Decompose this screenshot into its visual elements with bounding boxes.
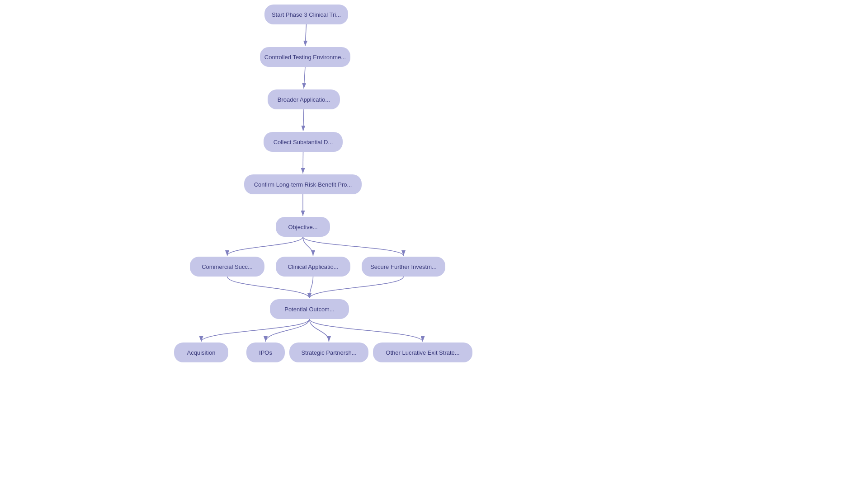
node-n7[interactable]: Commercial Succ... [190, 257, 264, 277]
flowchart-container: Start Phase 3 Clinical Tri...Controlled … [0, 0, 868, 488]
edge-n6-n8 [303, 237, 313, 256]
edge-n7-n10 [227, 277, 310, 298]
node-n10[interactable]: Potential Outcom... [270, 299, 349, 319]
node-n13[interactable]: Strategic Partnersh... [289, 343, 368, 362]
edge-n9-n10 [310, 277, 404, 298]
node-n3[interactable]: Broader Applicatio... [268, 89, 340, 109]
node-n1[interactable]: Start Phase 3 Clinical Tri... [264, 5, 348, 24]
edge-n2-n3 [304, 67, 305, 89]
edge-n1-n2 [305, 24, 307, 46]
node-n6[interactable]: Objective... [276, 217, 330, 237]
node-n9[interactable]: Secure Further Investm... [362, 257, 445, 277]
edge-n6-n7 [227, 237, 303, 256]
node-n11[interactable]: Acquisition [174, 343, 228, 362]
edge-n4-n5 [303, 152, 303, 174]
edge-n3-n4 [303, 109, 304, 131]
node-n14[interactable]: Other Lucrative Exit Strate... [373, 343, 472, 362]
node-n2[interactable]: Controlled Testing Environme... [260, 47, 350, 67]
node-n8[interactable]: Clinical Applicatio... [276, 257, 350, 277]
edge-n10-n14 [310, 319, 423, 342]
edge-n10-n11 [201, 319, 310, 342]
edge-n6-n9 [303, 237, 404, 256]
edge-n10-n12 [266, 319, 310, 342]
edge-n10-n13 [310, 319, 329, 342]
node-n5[interactable]: Confirm Long-term Risk-Benefit Pro... [244, 174, 362, 194]
flowchart-svg [0, 0, 868, 488]
node-n12[interactable]: IPOs [246, 343, 285, 362]
node-n4[interactable]: Collect Substantial D... [264, 132, 343, 152]
